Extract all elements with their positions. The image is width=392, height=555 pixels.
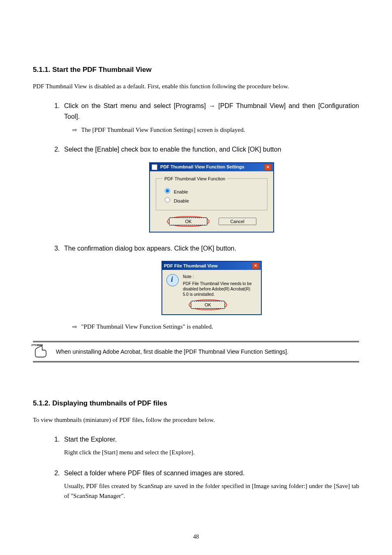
section2-step2: Select a folder where PDF files of scann… <box>62 468 359 501</box>
step1-text: Click on the Start menu and select [Prog… <box>64 101 359 122</box>
section1-steps: Click on the Start menu and select [Prog… <box>33 101 359 330</box>
section1-step1: Click on the Start menu and select [Prog… <box>62 101 359 134</box>
settings-dialog-fieldset: PDF Thumbnail View Function Enable Disab… <box>156 176 267 210</box>
ok-button-2[interactable]: OK <box>191 301 225 309</box>
confirm-dialog-body: Note : PDF File Thumbnail View needs to … <box>162 270 261 299</box>
confirm-dialog-text: Note : PDF File Thumbnail View needs to … <box>183 274 257 297</box>
settings-dialog: PDF Thumbnail View Function Settings × P… <box>149 162 274 233</box>
section2-step1: Start the Explorer. Right click the [Sta… <box>62 434 359 457</box>
cancel-button[interactable]: Cancel <box>219 218 256 225</box>
ok-button[interactable]: OK <box>169 218 207 225</box>
attention-text: When uninstalling Adobe Acrobat, first d… <box>56 348 288 355</box>
attention-icon: ATTENTION <box>33 345 48 359</box>
confirm-dialog-title: PDF File Thumbnail View <box>164 263 218 268</box>
confirm-dialog-footer: OK <box>162 299 261 314</box>
settings-dialog-title: PDF Thumbnail View Function Settings <box>160 164 244 169</box>
section1-step3: The confirmation dialog box appears. Cli… <box>62 243 359 331</box>
ok-highlight: OK <box>167 216 210 227</box>
heading-5-1-1: 5.1.1. Start the PDF Thumbnail View <box>33 66 359 74</box>
titlebar-left: PDF Thumbnail View Function Settings <box>152 164 244 170</box>
confirm-note-label: Note : <box>183 274 257 279</box>
settings-dialog-titlebar: PDF Thumbnail View Function Settings × <box>150 163 273 171</box>
radio-enable-label: Enable <box>174 189 188 194</box>
close-icon[interactable]: × <box>252 263 259 269</box>
s2-step2-text: Select a folder where PDF files of scann… <box>64 468 359 479</box>
s2-step2-desc: Usually, PDF files created by ScanSnap a… <box>64 481 359 501</box>
page: 5.1.1. Start the PDF Thumbnail View PDF … <box>0 0 392 555</box>
hand-icon <box>33 345 48 359</box>
step1-subnote: The [PDF Thumbnail View Function Setting… <box>72 127 359 134</box>
section2-steps: Start the Explorer. Right click the [Sta… <box>33 434 359 500</box>
step3-text: The confirmation dialog box appears. Cli… <box>64 243 359 254</box>
confirm-dialog: PDF File Thumbnail View × Note : PDF Fil… <box>161 261 262 315</box>
s2-step1-desc: Right click the [Start] menu and select … <box>64 447 359 457</box>
radio-enable[interactable] <box>165 188 170 193</box>
confirm-note-text: PDF File Thumbnail View needs to be disa… <box>183 281 257 297</box>
s2-step1-text: Start the Explorer. <box>64 434 359 445</box>
section2-intro: To view thumbnails (miniature) of PDF fi… <box>33 417 359 424</box>
dialog1-buttons: OK Cancel <box>156 216 267 227</box>
radio-disable-row[interactable]: Disable <box>163 196 261 203</box>
step2-text: Select the [Enable] check box to enable … <box>64 144 359 155</box>
section1-step2: Select the [Enable] check box to enable … <box>62 144 359 233</box>
radio-disable-label: Disable <box>174 198 189 203</box>
section1-intro: PDF Thumbnail View is disabled as a defa… <box>33 83 359 90</box>
radio-disable[interactable] <box>165 197 170 203</box>
window-icon <box>152 164 157 170</box>
step3-subnote: "PDF Thumbnail View Function Settings" i… <box>72 323 359 330</box>
heading-5-1-2: 5.1.2. Displaying thumbnails of PDF file… <box>33 399 359 408</box>
confirm-dialog-titlebar: PDF File Thumbnail View × <box>162 262 261 270</box>
settings-group-label: PDF Thumbnail View Function <box>163 176 227 181</box>
ok-highlight-2: OK <box>189 299 227 310</box>
attention-box: ATTENTION When uninstalling Adobe Acroba… <box>33 341 359 362</box>
page-number: 48 <box>0 534 392 540</box>
attention-label: ATTENTION <box>31 344 43 346</box>
radio-enable-row[interactable]: Enable <box>163 187 261 194</box>
close-icon[interactable]: × <box>264 164 272 170</box>
info-icon <box>166 274 179 286</box>
settings-dialog-body: PDF Thumbnail View Function Enable Disab… <box>150 171 273 232</box>
